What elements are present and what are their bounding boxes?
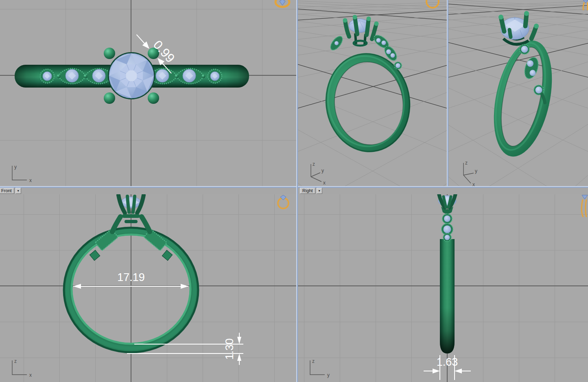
- ring-model-right-view[interactable]: [438, 195, 456, 353]
- viewport-right-view[interactable]: 1.63 z y: [298, 194, 588, 382]
- axis-gizmo: z y: [310, 358, 330, 378]
- svg-text:z: z: [465, 160, 468, 166]
- grid: [0, 0, 296, 186]
- axis-gizmo: z y x: [463, 160, 477, 186]
- ring-model-perspective[interactable]: [320, 15, 416, 157]
- prong-bead: [104, 48, 115, 59]
- viewport-title-strip: [0, 188, 588, 194]
- svg-text:x: x: [29, 372, 32, 378]
- dimension-inner-diameter: 17.19: [73, 271, 188, 289]
- axis-gizmo: y x: [12, 164, 32, 183]
- axis-gizmo: z x: [12, 358, 32, 378]
- right-viewport-tab[interactable]: Right ▼: [300, 188, 322, 193]
- viewport-top-view[interactable]: 0.99 y x: [0, 0, 296, 186]
- ring-watermark-icon: [278, 195, 289, 209]
- svg-text:y: y: [14, 164, 17, 170]
- dropdown-arrow-icon[interactable]: ▼: [15, 188, 21, 194]
- svg-text:1.63: 1.63: [437, 356, 458, 368]
- axis-gizmo: z y x: [311, 161, 326, 186]
- svg-text:z: z: [313, 161, 315, 167]
- svg-text:y: y: [475, 168, 477, 174]
- svg-text:x: x: [323, 180, 326, 186]
- ring-model-top-view[interactable]: [15, 48, 249, 104]
- svg-text:17.19: 17.19: [117, 271, 145, 283]
- front-viewport-title[interactable]: Front: [0, 188, 14, 194]
- right-viewport-title[interactable]: Right: [300, 188, 315, 194]
- perspective-grid: [298, 1, 447, 186]
- viewport-perspective-main[interactable]: z y x: [298, 0, 447, 186]
- viewport-splitter-vertical-1[interactable]: [296, 0, 298, 382]
- ring-top-watermark-icon: [275, 0, 289, 7]
- cad-workspace: 0.99 y x: [0, 0, 588, 382]
- ring-watermark-icon: [581, 195, 588, 217]
- svg-text:y: y: [321, 168, 324, 173]
- dropdown-arrow-icon[interactable]: ▼: [317, 188, 322, 194]
- svg-text:x: x: [472, 182, 475, 186]
- prong-bead: [104, 92, 115, 104]
- svg-text:x: x: [29, 178, 32, 183]
- viewport-front-view[interactable]: 17.19 1.30 z x: [0, 194, 296, 382]
- svg-text:z: z: [312, 358, 315, 364]
- front-viewport-tab[interactable]: Front ▼: [0, 188, 21, 193]
- svg-text:1.30: 1.30: [223, 338, 236, 360]
- svg-text:y: y: [327, 372, 330, 378]
- svg-text:0.99: 0.99: [151, 37, 177, 65]
- prong-bead: [148, 92, 159, 104]
- svg-text:z: z: [14, 358, 17, 364]
- viewport-splitter-vertical-2[interactable]: [447, 0, 448, 186]
- viewport-perspective-side[interactable]: z y x: [448, 0, 588, 186]
